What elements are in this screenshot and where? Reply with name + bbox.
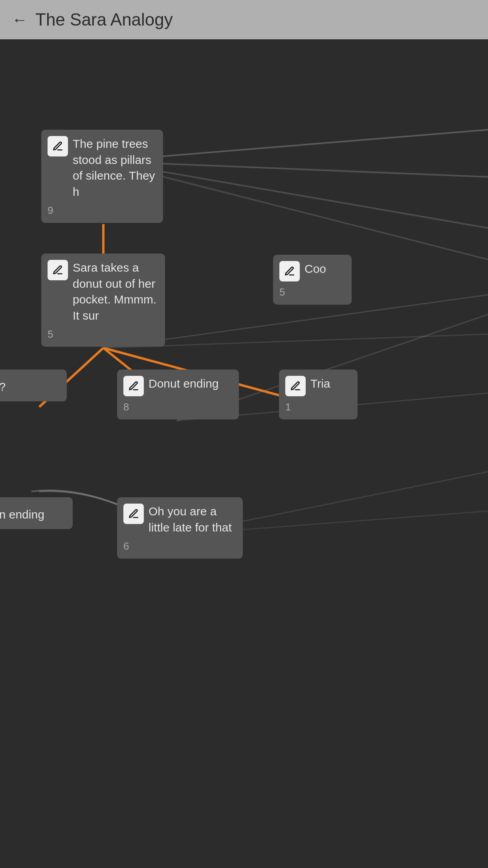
node-sara-count: 5	[48, 328, 53, 340]
node-sara-donut[interactable]: Sara takes a donut out of her pocket. Mm…	[41, 254, 165, 347]
edit-icon-donut[interactable]	[123, 376, 144, 396]
back-button[interactable]: ←	[12, 11, 28, 29]
node-tria-count: 1	[285, 401, 291, 413]
node-aten-ending[interactable]: aten ending	[0, 497, 73, 529]
node-what-text: hat?	[0, 376, 61, 395]
app-header: ← The Sara Analogy	[0, 0, 488, 39]
node-oh-late[interactable]: Oh you are a little late for that 6	[117, 497, 243, 559]
node-donut-count: 8	[123, 401, 129, 413]
node-coo-count: 5	[279, 286, 285, 298]
edit-icon-pine[interactable]	[48, 136, 68, 156]
node-donut-ending[interactable]: Donut ending 8	[117, 370, 239, 419]
node-pine-text: The pine trees stood as pillars of silen…	[73, 136, 157, 200]
node-oh-count: 6	[123, 540, 129, 552]
edit-icon-oh[interactable]	[123, 504, 144, 524]
node-pine-trees[interactable]: The pine trees stood as pillars of silen…	[41, 130, 163, 223]
edit-icon-coo[interactable]	[279, 261, 300, 281]
node-coo[interactable]: Coo 5	[273, 255, 352, 305]
node-oh-text: Oh you are a little late for that	[149, 504, 237, 535]
edit-icon-tria[interactable]	[285, 376, 306, 396]
page-title: The Sara Analogy	[35, 10, 173, 29]
node-what[interactable]: hat?	[0, 370, 67, 401]
node-tria[interactable]: Tria 1	[279, 370, 358, 419]
node-pine-count: 9	[48, 204, 53, 217]
edit-icon-sara[interactable]	[48, 260, 68, 280]
node-sara-text: Sara takes a donut out of her pocket. Mm…	[73, 260, 159, 324]
node-coo-text: Coo	[305, 261, 345, 277]
node-tria-text: Tria	[310, 376, 351, 392]
story-canvas[interactable]: The pine trees stood as pillars of silen…	[0, 39, 488, 868]
node-aten-text: aten ending	[0, 504, 66, 523]
node-donut-text: Donut ending	[149, 376, 233, 392]
